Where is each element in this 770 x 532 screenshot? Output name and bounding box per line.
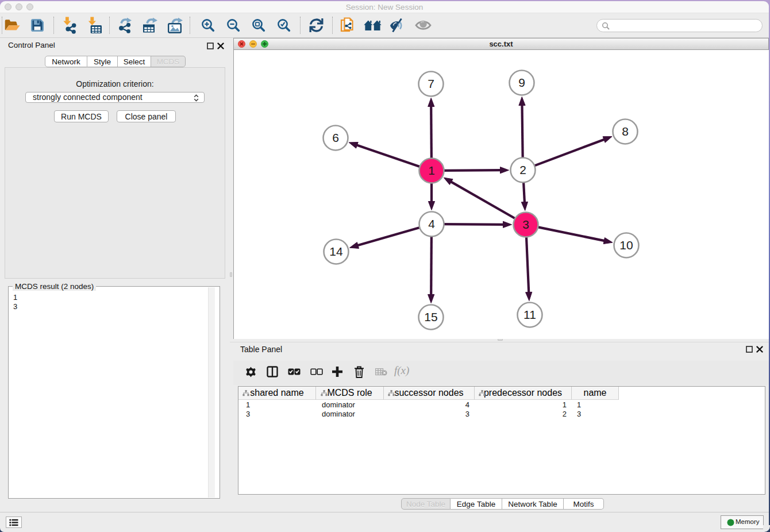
svg-text:11: 11 bbox=[523, 308, 536, 321]
svg-text:2: 2 bbox=[519, 163, 526, 176]
svg-text:8: 8 bbox=[622, 125, 629, 138]
svg-text:15: 15 bbox=[424, 310, 437, 323]
svg-text:14: 14 bbox=[329, 245, 343, 258]
svg-text:7: 7 bbox=[428, 77, 434, 90]
svg-text:1: 1 bbox=[428, 164, 435, 177]
svg-text:9: 9 bbox=[518, 76, 525, 89]
svg-text:3: 3 bbox=[522, 218, 529, 231]
svg-text:6: 6 bbox=[332, 131, 339, 144]
svg-text:10: 10 bbox=[619, 238, 633, 252]
svg-text:4: 4 bbox=[428, 217, 435, 230]
